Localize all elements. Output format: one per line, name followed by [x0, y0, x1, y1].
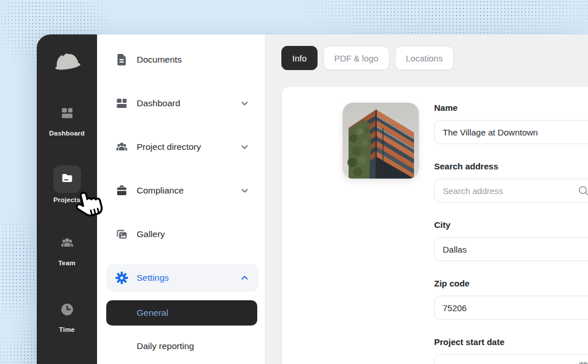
- projects-active-highlight: [53, 165, 81, 193]
- primary-nav-rail: Dashboard Projects Team Time: [37, 34, 97, 364]
- hard-hat-icon: [52, 49, 82, 73]
- rail-item-time[interactable]: Time: [59, 302, 75, 333]
- rail-item-team[interactable]: Team: [59, 235, 76, 266]
- document-icon: [115, 53, 129, 67]
- clock-icon: [60, 302, 75, 319]
- dashboard-grid-icon: [115, 96, 129, 110]
- dashboard-grid-icon: [60, 106, 75, 123]
- chevron-down-icon: [240, 142, 249, 152]
- rail-item-projects[interactable]: Projects: [53, 165, 81, 203]
- project-info-card: Name Search address City: [281, 86, 588, 364]
- city-label: City: [434, 220, 588, 231]
- chevron-down-icon: [240, 186, 249, 195]
- project-photo[interactable]: [343, 103, 419, 179]
- name-input[interactable]: [434, 120, 588, 144]
- tab-bar: Info PDF & logo Locations: [281, 46, 454, 70]
- menu-item-dashboard[interactable]: Dashboard: [106, 90, 258, 117]
- field-group-name: Name: [434, 103, 588, 144]
- menu-label-project-directory: Project directory: [137, 142, 240, 152]
- gear-icon: [115, 271, 129, 285]
- menu-label-dashboard: Dashboard: [137, 98, 240, 109]
- brand-logo[interactable]: [52, 48, 82, 75]
- tab-pdf-logo[interactable]: PDF & logo: [323, 46, 389, 70]
- submenu-item-daily-reporting[interactable]: Daily reporting: [106, 334, 257, 359]
- start-date-input[interactable]: [434, 354, 588, 364]
- tab-locations[interactable]: Locations: [395, 46, 454, 70]
- menu-label-settings: Settings: [137, 273, 240, 283]
- team-icon: [60, 235, 75, 253]
- settings-menu: Documents Dashboard Project directory: [97, 34, 265, 364]
- rail-label-time: Time: [59, 326, 75, 333]
- field-group-search-address: Search address: [434, 161, 588, 203]
- rail-item-dashboard[interactable]: Dashboard: [49, 106, 85, 137]
- rail-label-projects: Projects: [53, 196, 80, 203]
- chevron-up-icon: [240, 273, 249, 282]
- menu-item-documents[interactable]: Documents: [106, 46, 258, 73]
- chevron-down-icon: [240, 99, 249, 108]
- menu-item-gallery[interactable]: Gallery: [106, 220, 258, 248]
- search-address-label: Search address: [434, 161, 588, 173]
- submenu-label-daily-reporting: Daily reporting: [137, 341, 194, 351]
- menu-item-project-directory[interactable]: Project directory: [106, 133, 258, 161]
- menu-label-compliance: Compliance: [137, 185, 240, 196]
- start-date-label: Project start date: [434, 337, 588, 348]
- city-input[interactable]: [434, 237, 588, 261]
- field-group-zip: Zip code: [434, 278, 588, 320]
- menu-label-gallery: Gallery: [137, 229, 249, 239]
- search-icon: [578, 185, 588, 199]
- menu-item-settings[interactable]: Settings: [106, 264, 258, 292]
- menu-label-documents: Documents: [137, 55, 249, 65]
- main-content: Info PDF & logo Locations: [265, 34, 588, 364]
- zip-code-label: Zip code: [434, 278, 588, 290]
- search-address-input[interactable]: [434, 179, 588, 203]
- submenu-item-general[interactable]: General: [106, 300, 257, 326]
- project-info-form: Name Search address City: [434, 103, 588, 364]
- field-group-city: City: [434, 220, 588, 261]
- rail-label-team: Team: [59, 260, 76, 266]
- field-group-start-date: Project start date: [434, 337, 588, 364]
- gallery-icon: [115, 227, 129, 241]
- toolbox-icon: [115, 184, 129, 198]
- tab-info[interactable]: Info: [281, 46, 318, 70]
- name-label: Name: [434, 103, 588, 114]
- calendar-icon: [578, 361, 588, 364]
- zip-code-input[interactable]: [434, 296, 588, 320]
- folder-icon: [60, 171, 74, 187]
- submenu-label-general: General: [137, 308, 168, 318]
- people-icon: [115, 140, 129, 154]
- rail-label-dashboard: Dashboard: [49, 130, 85, 137]
- menu-item-compliance[interactable]: Compliance: [106, 177, 258, 204]
- app-window: Dashboard Projects Team Time: [37, 34, 588, 364]
- building-photo: [343, 103, 419, 179]
